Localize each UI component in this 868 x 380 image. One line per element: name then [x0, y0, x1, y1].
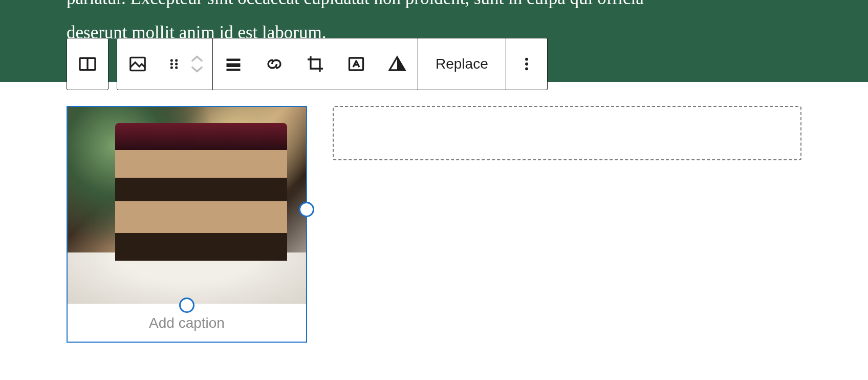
more-options-icon: [518, 56, 535, 72]
drag-handle-button[interactable]: [158, 38, 190, 90]
svg-rect-10: [227, 64, 241, 68]
link-icon: [265, 55, 284, 73]
image-preview[interactable]: [68, 107, 306, 304]
chevron-up-icon: [190, 54, 204, 62]
svg-point-7: [170, 66, 173, 69]
image-icon: [128, 54, 147, 74]
empty-paragraph-placeholder[interactable]: [333, 106, 801, 160]
text-overlay-button[interactable]: [336, 38, 377, 90]
svg-point-8: [175, 66, 178, 69]
image-block-button[interactable]: [117, 38, 158, 90]
crop-icon: [306, 55, 324, 73]
duotone-icon: [388, 55, 406, 73]
svg-point-4: [175, 59, 178, 61]
toolbar-group-image-move: [117, 38, 213, 90]
block-toolbar: Replace: [67, 38, 548, 90]
columns-icon: [77, 54, 98, 74]
replace-label: Replace: [436, 56, 488, 72]
align-button[interactable]: [213, 38, 254, 90]
move-down-button[interactable]: [190, 66, 204, 74]
toolbar-group-replace: Replace: [418, 38, 506, 90]
more-options-button[interactable]: [506, 38, 547, 90]
toolbar-group-formatting: [213, 38, 418, 90]
crop-button[interactable]: [295, 38, 336, 90]
toolbar-group-block-type: [67, 38, 108, 90]
columns-block: Add caption: [67, 106, 801, 343]
move-controls: [190, 54, 212, 74]
svg-rect-11: [227, 69, 241, 71]
svg-point-3: [170, 59, 173, 61]
duotone-button[interactable]: [377, 38, 418, 90]
svg-point-6: [175, 62, 178, 65]
align-icon: [224, 55, 243, 73]
resize-handle-bottom[interactable]: [179, 298, 194, 313]
drag-handle-icon: [167, 57, 181, 71]
block-type-button[interactable]: [67, 38, 108, 90]
svg-point-14: [525, 58, 528, 61]
svg-point-5: [170, 62, 173, 65]
header-text-line1: pariatur. Excepteur sint occaecat cupida…: [67, 0, 644, 8]
chevron-down-icon: [190, 66, 204, 74]
svg-rect-9: [227, 59, 241, 61]
link-button[interactable]: [254, 38, 295, 90]
replace-button[interactable]: Replace: [418, 38, 506, 90]
toolbar-group-more: [506, 38, 548, 90]
svg-point-16: [525, 67, 528, 70]
image-block-selected[interactable]: Add caption: [67, 106, 307, 343]
resize-handle-right[interactable]: [299, 202, 314, 217]
text-on-image-icon: [347, 55, 365, 73]
move-up-button[interactable]: [190, 54, 204, 62]
svg-point-15: [525, 62, 528, 66]
